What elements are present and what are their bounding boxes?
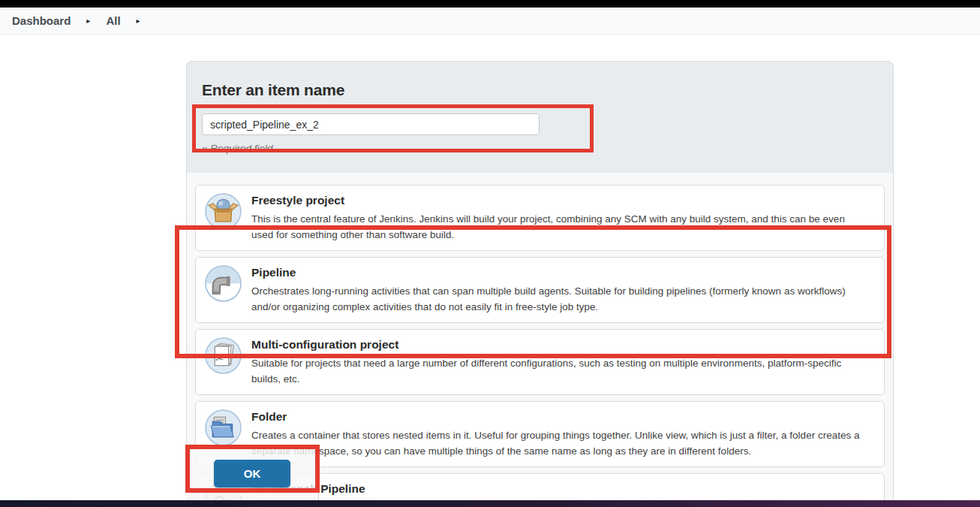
folder-icon [205, 409, 242, 446]
chevron-right-icon[interactable]: ▸ [86, 17, 90, 25]
breadcrumb-all-link[interactable]: All [106, 14, 120, 27]
item-description: Suitable for projects that need a large … [251, 355, 868, 387]
item-title: Folder [251, 409, 875, 424]
annotation-rectangle-ok-button [185, 445, 320, 493]
bottom-status-bar [0, 500, 980, 507]
annotation-rectangle-item-name [192, 104, 594, 152]
breadcrumb-dashboard-link[interactable]: Dashboard [12, 14, 71, 27]
item-description: Creates a container that stores nested i… [251, 427, 868, 459]
item-title: Multibranch Pipeline [251, 481, 875, 496]
item-title: Freestyle project [251, 193, 875, 208]
annotation-rectangle-pipeline-items [175, 225, 891, 358]
chevron-right-icon[interactable]: ▸ [137, 17, 140, 25]
item-text: Folder Creates a container that stores n… [251, 409, 875, 459]
page-title: Enter an item name [202, 81, 878, 99]
breadcrumb: Dashboard ▸ All ▸ [0, 8, 980, 35]
top-black-bar [0, 0, 980, 8]
freestyle-box-icon [205, 193, 242, 230]
